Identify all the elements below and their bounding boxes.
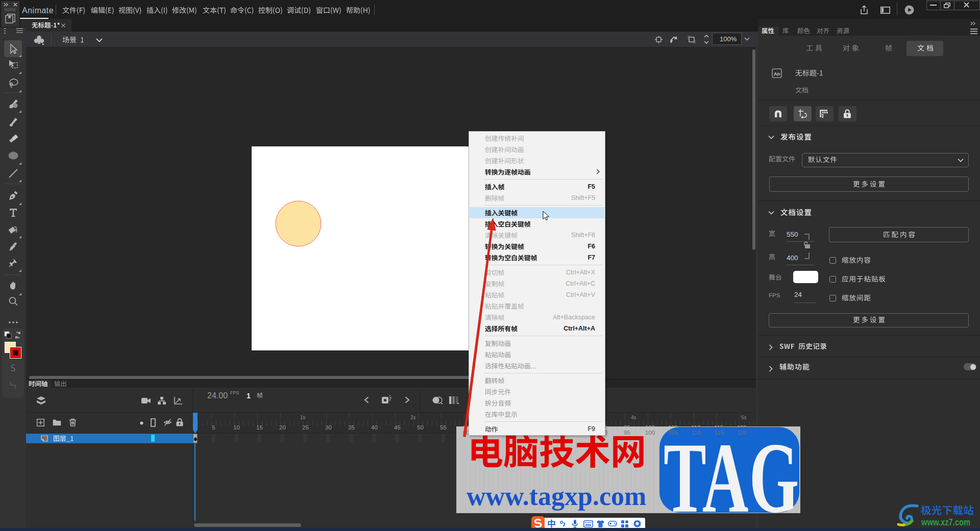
svg-text:An: An [774, 71, 780, 77]
